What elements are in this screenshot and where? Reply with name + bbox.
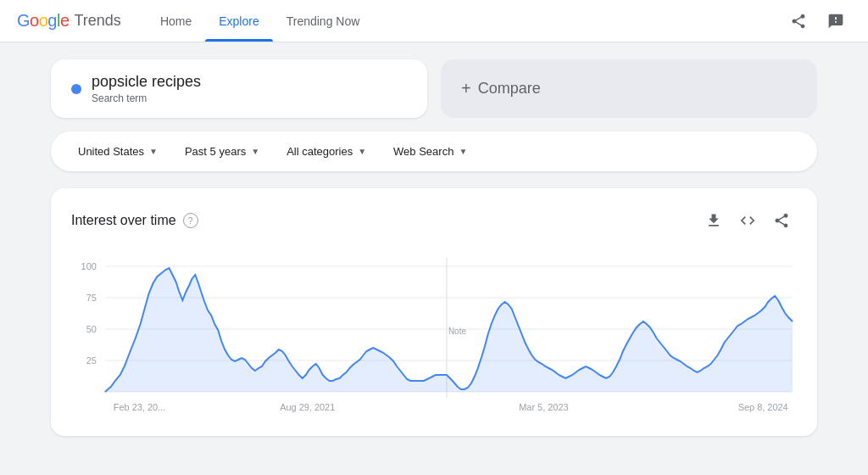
nav-item-trending-now[interactable]: Trending Now: [273, 0, 374, 42]
y-label-50: 50: [86, 324, 97, 334]
y-label-75: 75: [86, 293, 97, 303]
time-chevron-icon: ▼: [251, 147, 259, 156]
google-trends-logo: Google Trends: [17, 11, 121, 31]
filter-bar: United States ▼ Past 5 years ▼ All categ…: [51, 131, 817, 171]
header: Google Trends Home Explore Trending Now: [0, 0, 868, 42]
region-chevron-icon: ▼: [149, 147, 158, 156]
category-filter-button[interactable]: All categories ▼: [276, 140, 376, 163]
search-info: popsicle recipes Search term: [92, 73, 201, 104]
download-icon: [705, 212, 722, 229]
search-type: Search term: [92, 92, 201, 104]
feedback-icon: [827, 13, 844, 30]
category-filter-label: All categories: [287, 145, 353, 158]
nav-item-home[interactable]: Home: [147, 0, 205, 42]
search-type-chevron-icon: ▼: [459, 147, 467, 156]
chart-actions: [698, 205, 797, 236]
share-chart-icon: [773, 212, 790, 229]
header-actions: [783, 6, 851, 36]
chart-container: 100 75 50 25 Note Feb 23, 20... Aug 29, …: [71, 249, 797, 419]
x-label-2023: Mar 5, 2023: [519, 402, 568, 412]
google-wordmark: Google: [17, 11, 70, 31]
time-filter-button[interactable]: Past 5 years ▼: [175, 140, 270, 163]
search-card: popsicle recipes Search term: [51, 59, 427, 118]
trends-wordmark: Trends: [75, 12, 121, 30]
chart-section: Interest over time ?: [51, 188, 817, 436]
category-chevron-icon: ▼: [358, 147, 366, 156]
region-filter-button[interactable]: United States ▼: [68, 140, 168, 163]
time-filter-label: Past 5 years: [185, 145, 246, 158]
embed-chart-button[interactable]: [732, 205, 763, 236]
x-label-start: Feb 23, 20...: [114, 402, 165, 412]
compare-plus-icon: +: [461, 79, 471, 98]
share-chart-button[interactable]: [766, 205, 797, 236]
y-label-100: 100: [81, 261, 97, 271]
search-term: popsicle recipes: [92, 73, 201, 91]
chart-title: Interest over time: [71, 213, 176, 228]
search-type-filter-label: Web Search: [393, 145, 453, 158]
chart-title-area: Interest over time ?: [71, 213, 198, 228]
feedback-button[interactable]: [821, 6, 851, 36]
search-dot-indicator: [71, 84, 81, 94]
download-chart-button[interactable]: [698, 205, 729, 236]
share-icon: [790, 13, 807, 30]
compare-label: Compare: [478, 80, 541, 98]
y-label-25: 25: [86, 355, 97, 366]
x-label-2024: Sep 8, 2024: [738, 402, 788, 412]
nav-item-explore[interactable]: Explore: [205, 0, 272, 42]
help-icon[interactable]: ?: [183, 213, 198, 228]
search-section: popsicle recipes Search term + Compare: [51, 59, 817, 118]
chart-header: Interest over time ?: [71, 205, 797, 236]
main-nav: Home Explore Trending Now: [147, 0, 373, 42]
share-button[interactable]: [783, 6, 814, 36]
note-label: Note: [448, 327, 466, 336]
region-filter-label: United States: [78, 145, 144, 158]
main-content: popsicle recipes Search term + Compare U…: [0, 42, 868, 453]
code-icon: [739, 212, 756, 229]
compare-card[interactable]: + Compare: [441, 59, 817, 118]
x-label-2021: Aug 29, 2021: [280, 402, 335, 412]
search-type-filter-button[interactable]: Web Search ▼: [383, 140, 477, 163]
interest-chart: 100 75 50 25 Note Feb 23, 20... Aug 29, …: [71, 249, 797, 419]
